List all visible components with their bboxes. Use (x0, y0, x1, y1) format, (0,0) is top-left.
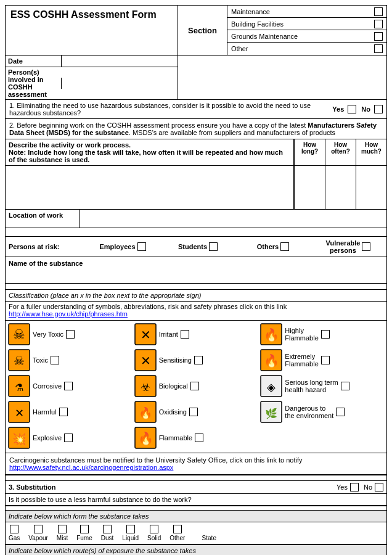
vulnerable-checkbox[interactable] (362, 242, 370, 251)
building-checkbox[interactable] (374, 20, 383, 28)
vulnerable-label: Vulnerable persons (326, 239, 361, 254)
mist-label: Mist (57, 535, 68, 541)
carcino-text: Carcinogenic substances must be notified… (9, 456, 302, 464)
question1-text: 1. Eliminating the need to use hazardous… (9, 102, 332, 117)
question1-row: 1. Eliminating the need to use hazardous… (6, 100, 386, 119)
location-value[interactable] (80, 210, 386, 228)
svg-text:◈: ◈ (267, 381, 276, 393)
form-fume: Fume (76, 525, 92, 541)
q1-no-checkbox[interactable] (374, 105, 383, 113)
employees-item: Employees (88, 242, 158, 251)
employees-label: Employees (99, 243, 135, 250)
biological-checkbox[interactable] (190, 382, 199, 390)
solid-checkbox[interactable] (150, 525, 158, 533)
maintenance-checkbox[interactable] (374, 7, 383, 16)
explosive-label: Explosive (33, 434, 62, 442)
describe-content[interactable] (6, 166, 294, 209)
extremely-flammable-label: ExtremelyFlammable (285, 353, 318, 368)
vulnerable-item: Vulnerable persons (313, 239, 383, 254)
toxic-icon: ☠ (8, 349, 30, 371)
hazard-row-1: ☠ Very Toxic ✕ Irritant (8, 323, 384, 345)
form-vapour: Vapour (28, 525, 48, 541)
form-state: State (194, 525, 224, 541)
hazard-row-5: 💥 Explosive 🔥 Flammable (8, 427, 384, 449)
describe-label-text: Describe the activity or work process. N… (9, 141, 283, 163)
very-toxic-icon: ☠ (8, 323, 30, 345)
subst-no-label: No (364, 483, 372, 491)
state-label: State (202, 535, 216, 541)
subst-no-checkbox[interactable] (375, 483, 383, 491)
students-label: Students (178, 243, 207, 250)
how-long-value[interactable] (294, 166, 325, 209)
substitution-yn: Yes No (337, 483, 383, 491)
hazard-row-2: ☠ Toxic ✕ Sensitising (8, 349, 384, 371)
fume-checkbox[interactable] (80, 525, 89, 533)
corrosive-checkbox[interactable] (64, 382, 73, 390)
extremely-flammable-checkbox[interactable] (321, 356, 330, 364)
sensitising-checkbox[interactable] (194, 356, 203, 364)
svg-text:✕: ✕ (140, 328, 150, 342)
employees-checkbox[interactable] (137, 242, 146, 251)
question1-yn: Yes No (332, 105, 383, 113)
very-toxic-checkbox[interactable] (66, 330, 75, 339)
person-row: Person(s) involved in COSHH assessment (6, 67, 178, 99)
oxidising-icon: 🔥 (134, 401, 157, 423)
highly-flammable-checkbox[interactable] (321, 330, 330, 339)
biological-label: Biological (159, 382, 188, 390)
liquid-checkbox[interactable] (126, 525, 135, 533)
flammable-checkbox[interactable] (195, 434, 203, 442)
how-often-value[interactable] (325, 166, 356, 209)
irritant-checkbox[interactable] (181, 330, 189, 339)
header-row: ESS COSHH Assessment Form Section Mainte… (6, 6, 386, 56)
persons-label: Persons at risk: (9, 243, 83, 250)
dust-checkbox[interactable] (103, 525, 112, 533)
substance-form-section: Indicate below which form the substance … (6, 511, 386, 545)
liquid-label: Liquid (122, 535, 139, 541)
toxic-checkbox[interactable] (51, 356, 59, 364)
students-checkbox[interactable] (209, 242, 218, 251)
svg-text:✕: ✕ (140, 354, 150, 368)
date-label: Date (6, 56, 61, 66)
how-much-value[interactable] (356, 166, 386, 209)
harmful-checkbox[interactable] (59, 408, 68, 416)
svg-text:🔥: 🔥 (137, 431, 153, 446)
carcino-link[interactable]: http://www.safety.ncl.ac.uk/carcinogenre… (9, 464, 173, 471)
health-hazard-checkbox[interactable] (341, 382, 349, 390)
corrosive-cell: ⚗ Corrosive (8, 375, 132, 397)
gas-checkbox[interactable] (10, 525, 18, 533)
person-value[interactable] (61, 78, 178, 89)
substance-form-header: Indicate below which form the substance … (6, 511, 386, 522)
flammable-icon: 🔥 (134, 427, 157, 449)
classif-link[interactable]: http://www.hse.gov.uk/chip/phrases.htm (9, 310, 128, 318)
environment-checkbox[interactable] (336, 408, 345, 416)
other-form-checkbox[interactable] (173, 525, 182, 533)
header-right: Maintenance Building Facilities Grounds … (227, 6, 386, 55)
explosive-checkbox[interactable] (64, 434, 73, 442)
vapour-checkbox[interactable] (34, 525, 43, 533)
subst-yes-checkbox[interactable] (350, 483, 359, 491)
how-often-label: How often? (325, 139, 356, 165)
other-section-checkbox[interactable] (374, 44, 383, 53)
form-liquid: Liquid (122, 525, 139, 541)
dust-label: Dust (101, 535, 114, 541)
describe-body (6, 166, 386, 209)
date-value[interactable] (61, 56, 178, 67)
describe-header: Describe the activity or work process. N… (6, 139, 386, 166)
others-label: Others (257, 243, 279, 250)
toxic-label: Toxic (33, 356, 48, 364)
others-checkbox[interactable] (280, 242, 289, 251)
flammable-cell: 🔥 Flammable (134, 427, 258, 449)
grounds-checkbox[interactable] (374, 32, 383, 41)
how-values (294, 166, 386, 209)
name-value[interactable] (9, 267, 383, 281)
svg-text:💥: 💥 (12, 432, 27, 446)
oxidising-checkbox[interactable] (189, 408, 198, 416)
highly-flammable-label: HighlyFlammable (285, 327, 318, 342)
mist-checkbox[interactable] (58, 525, 67, 533)
section-label: Section (178, 6, 227, 55)
q1-yes-checkbox[interactable] (348, 105, 356, 113)
other-form-label: Other (169, 535, 185, 541)
highly-flammable-cell: 🔥 HighlyFlammable (260, 323, 384, 345)
solid-label: Solid (147, 535, 161, 541)
form-gas: Gas (9, 525, 20, 541)
